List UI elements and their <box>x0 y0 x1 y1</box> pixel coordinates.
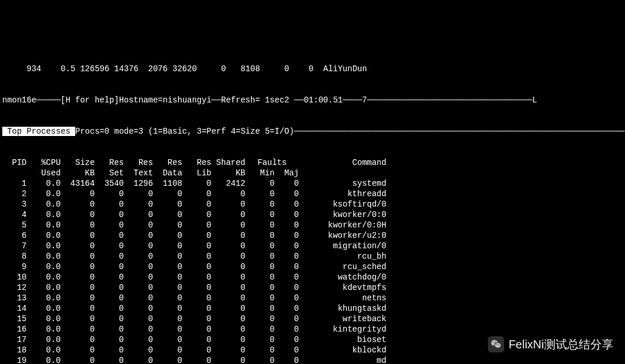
table-row: 150.000000000writeback <box>2 314 387 324</box>
seg-value: 7 <box>362 95 367 105</box>
table-row: 10.0431643540129611080241200systemd <box>2 178 387 189</box>
help-hint: [H for help] <box>61 95 119 105</box>
header-row-1: PID %CPU Size Res Res Res Res Shared Fau… <box>2 157 387 168</box>
top-processes-label: Top Processes <box>2 127 75 136</box>
table-row: 40.000000000kworker/0:0 <box>2 209 387 220</box>
table-row: 60.000000000kworker/u2:0 <box>2 230 387 241</box>
process-table: PID %CPU Size Res Res Res Res Shared Fau… <box>2 157 387 364</box>
table-row: 50.000000000kworker/0:0H <box>2 220 387 230</box>
status-line: nmon16e─────[H for help]Hostname=nishuan… <box>2 95 623 105</box>
watermark: FelixNi测试总结分享 <box>488 336 613 352</box>
host-label: Hostname= <box>119 95 163 105</box>
top-process-line: 934 0.5 126596 14376 2076 32620 0 8108 0… <box>2 64 623 74</box>
wechat-icon <box>488 336 504 352</box>
nmon-version: nmon16e <box>2 95 36 105</box>
table-row: 100.000000000watchdog/0 <box>2 272 387 282</box>
col-pid: PID <box>2 157 27 168</box>
col-res-text: Res <box>124 157 153 168</box>
col-shared: Shared <box>211 157 245 168</box>
watermark-text: FelixNi测试总结分享 <box>509 339 613 350</box>
table-row: 180.000000000kblockd <box>2 345 387 355</box>
table-row: 70.000000000migration/0 <box>2 241 387 251</box>
table-row: 80.000000000rcu_bh <box>2 251 387 262</box>
col-res-lib: Res <box>182 157 211 168</box>
table-row: 90.000000000rcu_sched <box>2 262 387 272</box>
col-command: Command <box>299 157 386 168</box>
col-cpu: %CPU <box>27 157 61 168</box>
table-row: 30.000000000ksoftirqd/0 <box>2 199 387 209</box>
table-row: 120.000000000kdevtmpfs <box>2 282 387 293</box>
status-tail: L <box>532 95 537 105</box>
col-res-data: Res <box>153 157 182 168</box>
time-value: 01:00.51 <box>304 95 343 105</box>
table-row: 140.000000000khungtaskd <box>2 303 387 314</box>
host-value: nishuangyi <box>163 95 211 105</box>
section-title-line: Top Processes Procs=0 mode=3 (1=Basic, 3… <box>2 126 623 137</box>
terminal-output[interactable]: 934 0.5 126596 14376 2076 32620 0 8108 0… <box>0 42 625 364</box>
col-faults: Faults <box>245 157 299 168</box>
table-row: 170.000000000bioset <box>2 334 387 345</box>
table-row: 130.000000000netns <box>2 293 387 303</box>
table-row: 20.000000000kthreadd <box>2 189 387 199</box>
col-size: Size <box>61 157 95 168</box>
table-row: 160.000000000kintegrityd <box>2 324 387 334</box>
mode-text: Procs=0 mode=3 (1=Basic, 3=Perf 4=Size 5… <box>75 127 294 136</box>
table-row: 190.000000000md <box>2 355 387 364</box>
refresh-value: 1sec2 <box>260 95 289 105</box>
refresh-label: Refresh= <box>221 95 260 105</box>
col-res-set: Res <box>95 157 124 168</box>
header-row-2: Used KB Set Text Data Lib KB Min Maj <box>2 168 387 178</box>
